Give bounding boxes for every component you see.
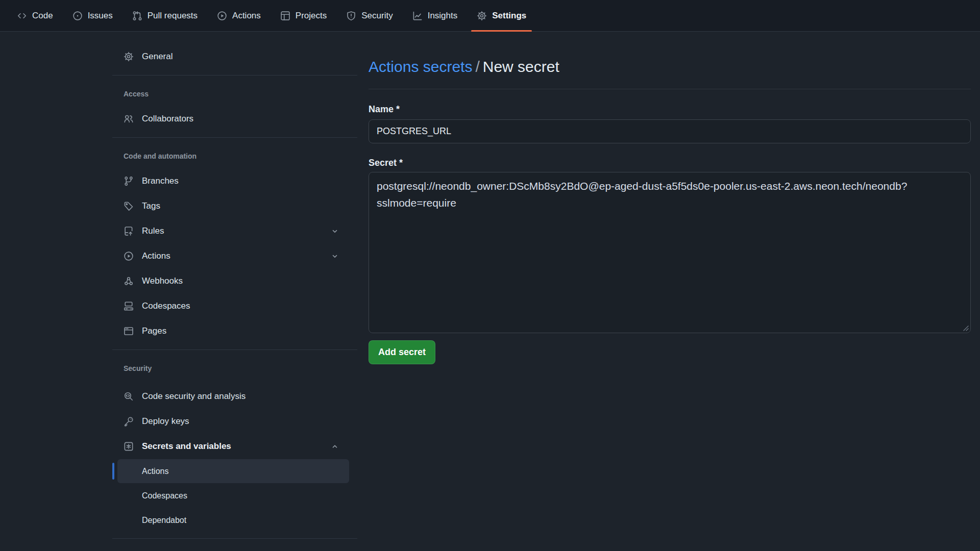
tab-label: Security [361, 11, 393, 21]
new-secret-panel: Actions secrets/New secret Name * Secret… [369, 32, 971, 364]
secret-name-input[interactable] [369, 119, 971, 143]
repo-tab-bar: Code Issues Pull requests Actions Projec… [0, 0, 980, 32]
tab-security[interactable]: Security [336, 0, 402, 31]
repo-push-icon [124, 226, 142, 236]
sidebar-item-label: Tags [142, 201, 160, 211]
sidebar-item-webhooks[interactable]: Webhooks [112, 268, 349, 293]
webhook-icon [124, 276, 142, 286]
sidebar-item-label: General [142, 52, 173, 62]
sidebar-item-rules[interactable]: Rules [112, 218, 349, 243]
breadcrumb-separator: / [472, 58, 482, 75]
play-circle-icon [217, 11, 227, 21]
key-icon [124, 416, 142, 427]
add-secret-button[interactable]: Add secret [369, 340, 435, 364]
sidebar-item-label: Pages [142, 326, 166, 336]
tab-projects[interactable]: Projects [271, 0, 336, 31]
tab-label: Projects [296, 11, 327, 21]
shield-icon [346, 11, 356, 21]
sidebar-item-label: Rules [142, 226, 164, 236]
tab-label: Issues [88, 11, 113, 21]
people-icon [124, 114, 142, 124]
sidebar-item-label: Codespaces [142, 301, 190, 311]
breadcrumb-actions-secrets-link[interactable]: Actions secrets [369, 58, 472, 75]
divider [112, 349, 357, 350]
gear-icon [124, 52, 142, 62]
chevron-down-icon [331, 227, 339, 235]
active-tab-underline [471, 30, 532, 32]
sidebar-item-label: Secrets and variables [142, 441, 231, 452]
code-icon [17, 11, 27, 21]
divider [112, 137, 357, 138]
resize-handle-icon[interactable] [962, 324, 969, 332]
graph-icon [412, 11, 423, 21]
secret-icon [124, 441, 142, 452]
sidebar-subitem-dependabot-secrets[interactable]: Dependabot [117, 508, 349, 532]
tab-insights[interactable]: Insights [403, 0, 468, 31]
sidebar-item-label: Code security and analysis [142, 391, 246, 402]
sidebar-item-label: Webhooks [142, 276, 183, 286]
sidebar-item-label: Actions [142, 251, 170, 261]
page-title: Actions secrets/New secret [369, 57, 971, 89]
tab-actions[interactable]: Actions [207, 0, 271, 31]
sidebar-subitem-label: Dependabot [142, 516, 186, 525]
issue-opened-icon [72, 11, 83, 21]
selected-indicator-bar [112, 463, 114, 480]
sidebar-item-actions[interactable]: Actions [112, 243, 349, 268]
sidebar-section-security: Security [112, 364, 357, 372]
git-branch-icon [124, 176, 142, 186]
sidebar-item-label: Deploy keys [142, 416, 189, 427]
sidebar-item-deploy-keys[interactable]: Deploy keys [112, 409, 349, 434]
browser-icon [124, 326, 142, 336]
sidebar-item-label: Collaborators [142, 114, 193, 124]
divider [112, 538, 357, 539]
divider [112, 75, 357, 76]
sidebar-item-label: Branches [142, 176, 179, 186]
sidebar-section-access: Access [112, 90, 357, 98]
tab-label: Actions [232, 11, 261, 21]
tab-label: Settings [492, 11, 526, 21]
tab-label: Code [32, 11, 53, 21]
table-icon [280, 11, 290, 21]
sidebar-item-collaborators[interactable]: Collaborators [112, 106, 349, 131]
chevron-down-icon [331, 252, 339, 260]
tag-icon [124, 201, 142, 211]
chevron-up-icon [331, 442, 339, 450]
tab-settings[interactable]: Settings [467, 0, 536, 31]
sidebar-item-branches[interactable]: Branches [112, 168, 349, 193]
tab-pull-requests[interactable]: Pull requests [122, 0, 207, 31]
name-label: Name * [369, 103, 971, 115]
sidebar-item-code-security[interactable]: Code security and analysis [112, 384, 349, 409]
sidebar-item-general[interactable]: General [112, 44, 349, 69]
sidebar-item-codespaces[interactable]: Codespaces [112, 293, 349, 318]
codespaces-icon [124, 301, 142, 311]
sidebar-section-code-and-automation: Code and automation [112, 152, 357, 160]
secret-label: Secret * [369, 157, 971, 169]
sidebar-subitem-codespaces-secrets[interactable]: Codespaces [117, 484, 349, 508]
sidebar-subitem-label: Actions [142, 467, 168, 476]
breadcrumb-current: New secret [483, 58, 559, 75]
sidebar-item-pages[interactable]: Pages [112, 318, 349, 343]
settings-sidebar: General Access Collaborators Code and au… [112, 32, 357, 539]
secret-value-textarea[interactable]: postgresql://neondb_owner:DScMb8sy2BdO@e… [369, 172, 971, 333]
sidebar-subitem-actions-secrets[interactable]: Actions [117, 459, 349, 483]
play-circle-icon [124, 251, 142, 261]
secret-value-wrapper: postgresql://neondb_owner:DScMb8sy2BdO@e… [369, 172, 971, 333]
sidebar-item-secrets-and-variables[interactable]: Secrets and variables [112, 434, 349, 459]
sidebar-subitem-label: Codespaces [142, 491, 187, 500]
tab-code[interactable]: Code [7, 0, 63, 31]
codescan-icon [124, 391, 142, 402]
gear-icon [477, 11, 487, 21]
tab-label: Insights [428, 11, 458, 21]
sidebar-item-tags[interactable]: Tags [112, 193, 349, 218]
tab-label: Pull requests [148, 11, 198, 21]
git-pull-request-icon [132, 11, 142, 21]
tab-issues[interactable]: Issues [63, 0, 122, 31]
